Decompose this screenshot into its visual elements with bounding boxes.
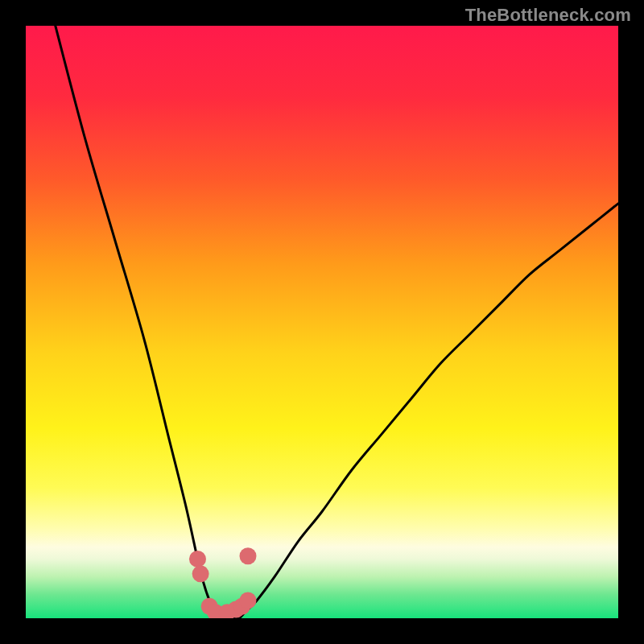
marker-group [189, 547, 257, 618]
data-marker [189, 551, 206, 568]
chart-frame: TheBottleneck.com [0, 0, 644, 644]
data-marker [240, 547, 257, 564]
data-marker [240, 592, 257, 609]
curve-layer [26, 26, 618, 618]
watermark-text: TheBottleneck.com [465, 5, 631, 26]
plot-area [26, 26, 618, 618]
data-marker [192, 565, 209, 582]
bottleneck-curve [56, 26, 618, 618]
